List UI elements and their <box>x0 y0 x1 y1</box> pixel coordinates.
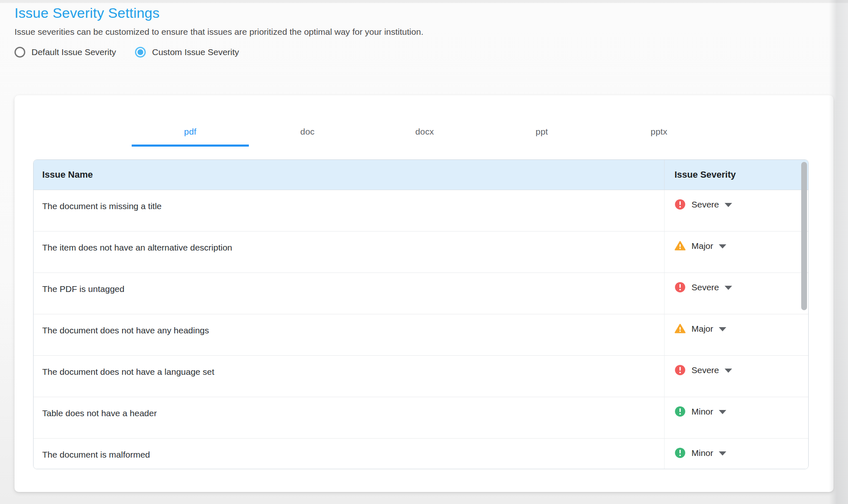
table-row: The item does not have an alternative de… <box>34 232 808 273</box>
page-subtitle: Issue severities can be customized to en… <box>14 27 848 37</box>
severity-dropdown[interactable]: Severe <box>675 282 732 293</box>
column-header-issue-name: Issue Name <box>34 160 664 190</box>
page: Issue Severity Settings Issue severities… <box>0 0 848 58</box>
chevron-down-icon <box>725 286 732 290</box>
severity-dropdown[interactable]: Severe <box>675 199 732 210</box>
severity-dropdown[interactable]: Major <box>675 323 726 334</box>
tab-label: doc <box>300 127 314 137</box>
table-row: The PDF is untagged Severe <box>34 273 808 314</box>
severity-mode-radio-group: Default Issue Severity Custom Issue Seve… <box>14 47 848 58</box>
severity-dropdown[interactable]: Minor <box>675 406 726 417</box>
tab-label: pdf <box>184 127 197 137</box>
tab-label: ppt <box>536 127 548 137</box>
page-title: Issue Severity Settings <box>14 5 848 21</box>
chevron-down-icon <box>725 203 732 207</box>
tab-ppt[interactable]: ppt <box>483 117 600 147</box>
issue-severity-cell: Minor <box>664 397 808 438</box>
chevron-down-icon <box>719 451 726 456</box>
radio-default-issue-severity[interactable]: Default Issue Severity <box>14 47 116 58</box>
settings-header: Issue Severity Settings Issue severities… <box>0 0 848 58</box>
tab-label: docx <box>415 127 434 137</box>
severe-severity-icon <box>675 199 686 210</box>
tab-label: pptx <box>650 127 667 137</box>
severity-dropdown[interactable]: Minor <box>675 447 726 458</box>
chevron-down-icon <box>725 369 732 373</box>
issue-severity-cell: Major <box>664 314 808 355</box>
chevron-down-icon <box>719 410 726 414</box>
table-row: Table does not have a header Minor <box>34 397 808 439</box>
severity-settings-card: pdf doc docx ppt pptx Issue Name Issue S… <box>14 95 834 492</box>
issue-name-cell: The document is malformed <box>34 439 664 469</box>
severe-severity-icon <box>675 364 686 376</box>
severity-dropdown[interactable]: Severe <box>675 364 732 376</box>
issue-name-cell: The PDF is untagged <box>34 273 664 314</box>
tab-pdf[interactable]: pdf <box>132 117 249 147</box>
column-header-issue-severity: Issue Severity <box>664 160 808 190</box>
radio-button-icon <box>135 47 146 58</box>
issue-name-cell: Table does not have a header <box>34 397 664 438</box>
issue-name-cell: The document does not have any headings <box>34 314 664 355</box>
issue-severity-cell: Severe <box>664 190 808 231</box>
radio-option-label: Default Issue Severity <box>31 47 116 57</box>
severity-dropdown-value: Severe <box>691 282 719 292</box>
table-body: The document is missing a title Severe T… <box>34 190 808 469</box>
chevron-down-icon <box>719 327 726 331</box>
tab-pptx[interactable]: pptx <box>600 117 718 147</box>
table-scrollbar-thumb[interactable] <box>801 162 807 310</box>
table-header-row: Issue Name Issue Severity <box>34 160 808 190</box>
issue-severity-cell: Major <box>664 232 808 272</box>
table-row: The document is missing a title Severe <box>34 190 808 232</box>
issue-name-cell: The item does not have an alternative de… <box>34 232 664 272</box>
issue-severity-cell: Minor <box>664 439 808 469</box>
radio-custom-issue-severity[interactable]: Custom Issue Severity <box>135 47 239 58</box>
minor-severity-icon <box>675 447 686 458</box>
severity-dropdown-value: Severe <box>691 200 719 210</box>
severity-dropdown-value: Minor <box>691 448 713 458</box>
severity-dropdown-value: Major <box>691 241 713 251</box>
major-severity-icon <box>675 240 686 251</box>
table-row: The document does not have a language se… <box>34 356 808 397</box>
issue-name-cell: The document does not have a language se… <box>34 356 664 397</box>
issue-severity-table: Issue Name Issue Severity The document i… <box>33 159 809 469</box>
tab-doc[interactable]: doc <box>249 117 366 147</box>
chevron-down-icon <box>719 244 726 248</box>
tab-docx[interactable]: docx <box>366 117 483 147</box>
table-row: The document does not have any headings … <box>34 314 808 356</box>
severe-severity-icon <box>675 282 686 293</box>
minor-severity-icon <box>675 406 686 417</box>
issue-severity-cell: Severe <box>664 356 808 397</box>
table-row: The document is malformed Minor <box>34 439 808 469</box>
severity-dropdown-value: Minor <box>691 407 713 417</box>
radio-button-icon <box>14 47 25 58</box>
severity-dropdown-value: Major <box>691 324 713 334</box>
issue-name-cell: The document is missing a title <box>34 190 664 231</box>
file-type-tabs: pdf doc docx ppt pptx <box>14 95 834 147</box>
radio-option-label: Custom Issue Severity <box>152 47 239 57</box>
page-scroll-gutter <box>829 0 848 504</box>
severity-dropdown-value: Severe <box>691 365 719 375</box>
issue-severity-cell: Severe <box>664 273 808 314</box>
severity-dropdown[interactable]: Major <box>675 240 726 251</box>
major-severity-icon <box>675 323 686 334</box>
